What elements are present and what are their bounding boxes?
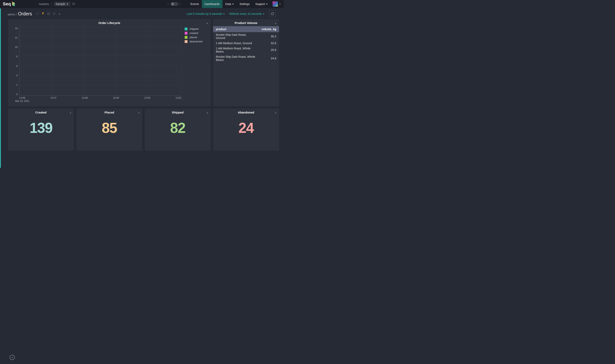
top-nav: Seq roastery | Sample ▼ ☼ ☾ Events Dashb… <box>0 0 284 8</box>
sample-dropdown[interactable]: Sample ▼ <box>54 2 70 6</box>
logo-mark-icon <box>12 2 15 6</box>
panel-menu-button[interactable]: ▼ <box>275 22 277 25</box>
time-range-dropdown[interactable]: Last 5 minutes by 5 seconds ▼ <box>187 12 225 15</box>
nav-data[interactable]: Data▼ <box>222 0 237 8</box>
workspace-selector: roastery | Sample ▼ <box>39 2 75 6</box>
panel-title: Product Volume <box>213 19 279 26</box>
chevron-down-icon: ▼ <box>263 13 265 15</box>
legend-shipped[interactable]: shipped <box>185 27 208 30</box>
breadcrumb-owner[interactable]: admin / <box>8 13 17 16</box>
chevron-down-icon[interactable]: ▼ <box>279 3 281 5</box>
x-date: Mar 19, 2021 <box>15 99 182 103</box>
chevron-down-icon: ▼ <box>58 13 60 15</box>
save-icon[interactable] <box>72 2 75 6</box>
table-row[interactable]: 1 AM Medium Roast, Ground32.6 <box>213 40 279 46</box>
panel-menu-button[interactable]: ▼ <box>138 111 140 114</box>
toggle-track <box>171 2 178 6</box>
chevron-down-icon: ▼ <box>266 3 268 5</box>
panel-menu-button[interactable]: ▼ <box>275 111 277 114</box>
page-title: Orders <box>18 11 32 17</box>
y-axis: 14121086420 <box>11 26 19 103</box>
chevron-down-icon: ▼ <box>138 112 140 114</box>
volume-table: product volume_kg Rocket Ship Dark Roast… <box>213 26 279 63</box>
dashboard-grid: Order Lifecycle ▼ 14121086420 13:4613:47… <box>0 19 284 151</box>
nav-support[interactable]: Support▼ <box>252 0 271 8</box>
col-volume[interactable]: volume_kg <box>259 26 279 32</box>
avatar[interactable] <box>273 1 278 7</box>
workspace-name[interactable]: roastery <box>39 2 49 6</box>
refresh-interval-dropdown[interactable]: Refresh every 10 seconds ▼ <box>229 12 265 15</box>
plot-area[interactable] <box>19 26 182 96</box>
table-row[interactable]: Rocket Ship Dark Roast, Ground35.2 <box>213 32 279 40</box>
chart: 14121086420 13:4613:4713:4813:4913:5013:… <box>8 26 211 106</box>
fullscreen-icon[interactable] <box>36 12 39 16</box>
nav-right: Events Dashboards Data▼ Settings Support… <box>188 0 281 8</box>
chevron-down-icon: ▼ <box>275 22 277 25</box>
time-controls: Last 5 minutes by 5 seconds ▼ Refresh ev… <box>187 10 276 17</box>
table-row[interactable]: Rocket Ship Dark Roast, Whole Beans24.8 <box>213 54 279 63</box>
panel-title: Created <box>8 109 74 116</box>
filter-icon[interactable] <box>41 12 44 16</box>
legend-created[interactable]: created <box>185 32 208 35</box>
chevron-down-icon: ▼ <box>70 112 72 114</box>
undo-icon[interactable] <box>53 12 56 16</box>
panel-title: Abandoned <box>213 109 279 116</box>
moon-icon: ☾ <box>180 2 182 6</box>
nav-dashboards[interactable]: Dashboards <box>202 0 223 8</box>
stat-value: 139 <box>8 116 74 136</box>
stat-value: 82 <box>145 116 211 136</box>
stat-value: 85 <box>76 116 142 136</box>
panel-title: Placed <box>76 109 142 116</box>
logo-text: Seq <box>3 1 11 7</box>
panel-product-volume: Product Volume ▼ product volume_kg Rocke… <box>213 19 279 106</box>
toolbar: ▼ <box>36 12 60 16</box>
save-icon[interactable] <box>47 12 50 16</box>
theme-toggle[interactable]: ☼ ☾ <box>167 2 182 6</box>
more-dropdown[interactable]: ▼ <box>58 12 60 15</box>
legend-placed[interactable]: placed <box>185 36 208 39</box>
panel-title: Shipped <box>145 109 211 116</box>
col-product[interactable]: product <box>213 26 259 32</box>
stat-value: 24 <box>213 116 279 136</box>
chevron-down-icon: ▼ <box>66 3 68 5</box>
panel-title: Order Lifecycle <box>8 19 211 26</box>
breadcrumb: admin / Orders <box>8 11 32 17</box>
logo[interactable]: Seq <box>3 1 15 7</box>
chevron-down-icon: ▼ <box>223 13 225 15</box>
chevron-down-icon: ▼ <box>275 112 277 114</box>
sun-icon: ☼ <box>167 2 170 6</box>
panel-shipped: Shipped ▼ 82 <box>145 109 211 151</box>
table-row[interactable]: 1 AM Medium Roast, Whole Beans25.9 <box>213 46 279 54</box>
chevron-down-icon: ▼ <box>206 112 208 114</box>
chevron-down-icon: ▼ <box>232 3 234 5</box>
legend-abandoned[interactable]: abandoned <box>185 40 208 43</box>
panel-created: Created ▼ 139 <box>8 109 74 151</box>
x-axis: 13:4613:4713:4813:4913:5013:51 Mar 19, 2… <box>19 96 182 103</box>
panel-abandoned: Abandoned ▼ 24 <box>213 109 279 151</box>
nav-settings[interactable]: Settings <box>237 0 253 8</box>
panel-placed: Placed ▼ 85 <box>76 109 142 151</box>
divider: | <box>51 2 52 6</box>
chevron-down-icon: ▼ <box>206 22 208 25</box>
subheader: admin / Orders ▼ Last 5 minutes by 5 sec… <box>0 8 284 19</box>
panel-menu-button[interactable]: ▼ <box>70 111 72 114</box>
legend: shipped created placed abandoned <box>182 26 208 103</box>
sample-label: Sample <box>56 2 65 6</box>
panel-order-lifecycle: Order Lifecycle ▼ 14121086420 13:4613:47… <box>8 19 211 106</box>
panel-menu-button[interactable]: ▼ <box>206 22 208 25</box>
nav-events[interactable]: Events <box>188 0 202 8</box>
refresh-button[interactable] <box>269 10 276 17</box>
panel-menu-button[interactable]: ▼ <box>206 111 208 114</box>
